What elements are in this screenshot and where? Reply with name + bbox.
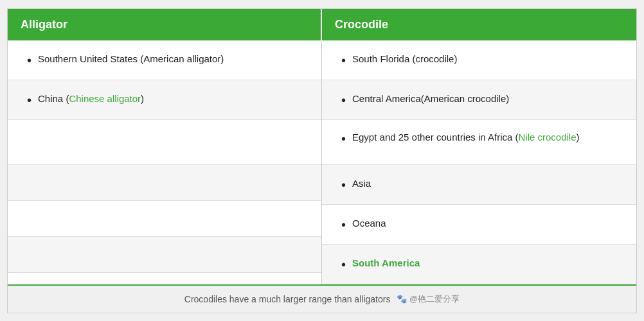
crocodile-row-3-text: Egypt and 25 other countries in Africa (… — [352, 130, 623, 145]
crocodile-row-1-text: South Florida (crocodile) — [352, 52, 623, 67]
alligator-row-1-text: Southern United States (American alligat… — [38, 52, 309, 67]
alligator-empty-5 — [8, 201, 321, 237]
watermark: 🐾 @艳二爱分享 — [397, 293, 460, 305]
crocodile-row-5: • Oceana — [322, 205, 636, 245]
bullet-icon: • — [341, 217, 346, 232]
crocodile-column: • South Florida (crocodile) • Central Am… — [322, 40, 636, 284]
alligator-row-2: • China (Chinese alligator) — [8, 80, 321, 120]
bullet-icon: • — [27, 92, 31, 108]
bullet-icon: • — [341, 92, 346, 108]
crocodile-row-4: • Asia — [322, 165, 636, 205]
alligator-empty-4 — [8, 165, 321, 201]
table-body: • Southern United States (American allig… — [8, 40, 636, 284]
nile-crocodile-link: Nile crocodile — [519, 132, 577, 143]
alligator-row-1: • Southern United States (American allig… — [8, 40, 321, 80]
bullet-icon: • — [341, 53, 346, 68]
table-header: Alligator Crocodile — [8, 9, 636, 40]
crocodile-row-6: • South America — [322, 245, 636, 284]
bullet-icon: • — [27, 53, 31, 68]
crocodile-row-5-text: Oceana — [352, 216, 623, 231]
alligator-empty-6 — [8, 237, 321, 273]
header-crocodile: Crocodile — [322, 9, 636, 40]
comparison-table: Alligator Crocodile • Southern United St… — [7, 8, 637, 313]
south-america-text: South America — [352, 256, 623, 271]
crocodile-row-1: • South Florida (crocodile) — [322, 40, 636, 80]
crocodile-row-4-text: Asia — [352, 177, 623, 191]
footer: Crocodiles have a much larger range than… — [8, 284, 636, 313]
alligator-column: • Southern United States (American allig… — [8, 40, 322, 284]
alligator-row-2-text: China (Chinese alligator) — [38, 92, 309, 107]
bullet-icon: • — [341, 177, 346, 193]
bullet-icon: • — [341, 131, 346, 146]
footer-text: Crocodiles have a much larger range than… — [184, 294, 391, 304]
crocodile-row-2: • Central America(American crocodile) — [322, 80, 636, 120]
header-alligator: Alligator — [8, 9, 322, 40]
crocodile-row-3: • Egypt and 25 other countries in Africa… — [322, 120, 636, 165]
crocodile-row-2-text: Central America(American crocodile) — [352, 92, 623, 107]
bullet-icon: • — [341, 257, 346, 272]
chinese-alligator-link: Chinese alligator — [69, 93, 141, 104]
alligator-empty-3 — [8, 120, 321, 165]
